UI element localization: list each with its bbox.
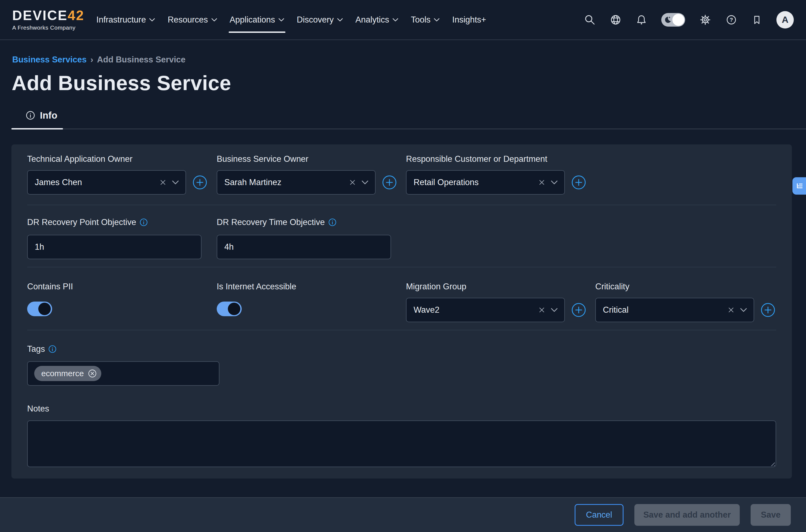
chevron-down-icon	[434, 18, 440, 22]
add-responsible-customer-button[interactable]	[571, 175, 586, 190]
selected-value: James Chen	[35, 177, 160, 187]
dr-rpo-field: DR Recovery Point Objective	[27, 217, 217, 259]
device42-logo[interactable]: DEVICE42 A Freshworks Company	[12, 9, 85, 31]
add-business-service-owner-button[interactable]	[382, 175, 397, 190]
info-icon[interactable]	[48, 345, 56, 353]
selected-value: Wave2	[414, 305, 538, 315]
save-and-add-another-button[interactable]: Save and add another	[634, 504, 740, 526]
search-icon[interactable]	[584, 14, 596, 25]
migration-group-field: Migration Group Wave2	[406, 282, 595, 322]
selected-value: Sarah Martinez	[224, 177, 349, 187]
flags-row: Contains PII Is Internet Accessible Migr…	[27, 267, 776, 330]
tab-bar: Info	[0, 110, 806, 130]
chevron-down-icon	[172, 180, 179, 185]
clear-icon[interactable]	[728, 306, 735, 314]
owner-fields-row: Technical Application Owner James Chen B…	[27, 154, 776, 205]
field-label: Notes	[27, 404, 776, 414]
dr-rto-field: DR Recovery Time Objective	[217, 217, 776, 259]
dr-rpo-input[interactable]	[27, 235, 202, 259]
field-label: Business Service Owner	[217, 154, 406, 164]
business-service-owner-select[interactable]: Sarah Martinez	[217, 170, 376, 195]
chevron-down-icon	[740, 308, 747, 312]
chevron-down-icon	[551, 180, 558, 185]
info-icon[interactable]	[139, 218, 148, 226]
chevron-down-icon	[337, 18, 343, 22]
info-icon[interactable]	[328, 218, 336, 226]
clear-icon[interactable]	[538, 306, 545, 314]
field-label: DR Recovery Time Objective	[217, 217, 776, 227]
field-label: Tags	[27, 344, 776, 354]
nav-item-tools[interactable]: Tools	[411, 0, 440, 39]
selected-value: Retail Operations	[414, 177, 538, 187]
breadcrumb-business-services-link[interactable]: Business Services	[12, 55, 87, 64]
clear-icon[interactable]	[160, 179, 167, 186]
chevron-down-icon	[361, 180, 369, 185]
technical-application-owner-select[interactable]: James Chen	[27, 170, 186, 195]
field-label: Is Internet Accessible	[217, 282, 406, 292]
form-panel: Technical Application Owner James Chen B…	[12, 145, 792, 478]
theme-toggle[interactable]	[661, 13, 685, 26]
nav-item-insights[interactable]: Insights+	[452, 0, 486, 39]
contains-pii-toggle[interactable]	[27, 302, 52, 316]
is-internet-accessible-toggle[interactable]	[217, 302, 242, 316]
footer-action-bar: Cancel Save and add another Save	[0, 497, 806, 532]
criticality-field: Criticality Critical	[595, 282, 776, 322]
logo-subtitle: A Freshworks Company	[12, 24, 85, 31]
contains-pii-field: Contains PII	[27, 282, 217, 322]
chevron-down-icon	[149, 18, 155, 22]
field-label: Responsible Customer or Department	[406, 154, 776, 164]
page-title: Add Business Service	[12, 71, 806, 95]
responsible-customer-field: Responsible Customer or Department Retai…	[406, 154, 776, 195]
chevron-down-icon	[551, 308, 558, 312]
field-label: Criticality	[595, 282, 776, 292]
add-migration-group-button[interactable]	[571, 303, 586, 317]
dr-fields-row: DR Recovery Point Objective DR Recovery …	[27, 205, 776, 267]
business-service-owner-field: Business Service Owner Sarah Martinez	[217, 154, 406, 195]
breadcrumb: Business Services › Add Business Service	[12, 55, 806, 64]
nav-item-applications[interactable]: Applications	[230, 0, 284, 39]
help-icon[interactable]: ?	[725, 14, 737, 26]
logo-text: DEVICE42	[12, 9, 85, 22]
selected-value: Critical	[603, 305, 728, 315]
dr-rto-input[interactable]	[217, 235, 391, 259]
field-label: Migration Group	[406, 282, 595, 292]
criticality-select[interactable]: Critical	[595, 298, 754, 322]
cancel-button[interactable]: Cancel	[575, 504, 623, 526]
moon-icon	[664, 16, 672, 24]
notes-textarea[interactable]	[27, 420, 776, 467]
tab-label: Info	[40, 110, 57, 121]
nav-item-infrastructure[interactable]: Infrastructure	[96, 0, 155, 39]
notes-field: Notes	[27, 386, 776, 468]
nav-item-analytics[interactable]: Analytics	[355, 0, 398, 39]
bookmark-icon[interactable]	[751, 14, 762, 25]
migration-group-select[interactable]: Wave2	[406, 298, 565, 322]
tree-icon	[795, 182, 803, 190]
responsible-customer-select[interactable]: Retail Operations	[406, 170, 565, 195]
info-icon	[26, 111, 35, 120]
bell-icon[interactable]	[636, 14, 647, 25]
remove-tag-icon[interactable]	[88, 369, 97, 378]
avatar[interactable]: A	[776, 11, 794, 28]
add-technical-application-owner-button[interactable]	[192, 175, 207, 190]
top-nav-bar: DEVICE42 A Freshworks Company Infrastruc…	[0, 0, 806, 40]
main-nav: Infrastructure Resources Applications Di…	[96, 0, 486, 39]
nav-item-discovery[interactable]: Discovery	[297, 0, 343, 39]
clear-icon[interactable]	[538, 179, 545, 186]
nav-item-resources[interactable]: Resources	[168, 0, 217, 39]
field-label: Technical Application Owner	[27, 154, 217, 164]
clear-icon[interactable]	[349, 179, 356, 186]
tags-field: Tags ecommerce	[27, 330, 776, 386]
tags-input[interactable]: ecommerce	[27, 361, 220, 386]
svg-text:?: ?	[730, 17, 733, 23]
is-internet-accessible-field: Is Internet Accessible	[217, 282, 406, 322]
toggle-knob	[38, 303, 51, 315]
tab-info[interactable]: Info	[26, 110, 57, 121]
gear-icon[interactable]	[699, 14, 711, 26]
add-criticality-button[interactable]	[761, 303, 775, 317]
toggle-knob	[228, 303, 240, 315]
main-content: Business Services › Add Business Service…	[0, 55, 806, 478]
hierarchy-side-tab[interactable]	[792, 177, 806, 195]
field-label: DR Recovery Point Objective	[27, 217, 217, 227]
save-button[interactable]: Save	[751, 504, 791, 526]
globe-icon[interactable]	[610, 14, 622, 26]
